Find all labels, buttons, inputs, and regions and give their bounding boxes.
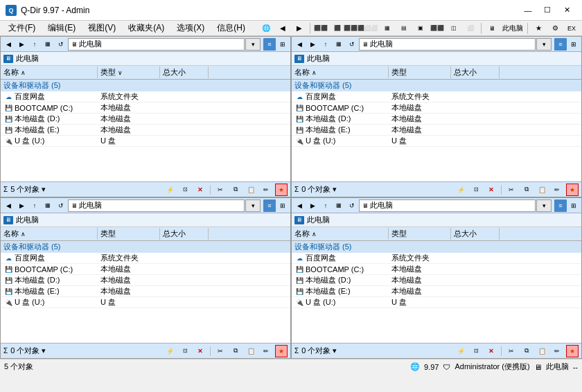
refresh-btn-br[interactable]: ↺	[346, 199, 358, 212]
back-btn-tr[interactable]: ◀	[293, 38, 306, 51]
file-row[interactable]: 💾 本地磁盘 (E:) 本地磁盘	[292, 286, 581, 297]
cut-btn-tr[interactable]: ✂	[505, 184, 518, 196]
star-btn[interactable]: ★	[531, 21, 546, 35]
view-icon-tr[interactable]: ≡	[554, 38, 567, 51]
view-icon2-bl[interactable]: ⊞	[276, 199, 289, 212]
file-row[interactable]: 💾 本地磁盘 (E:) 本地磁盘	[1, 286, 290, 297]
refresh-btn-tl[interactable]: ↺	[55, 38, 67, 51]
back-btn-tl[interactable]: ◀	[2, 38, 15, 51]
lightning-btn-tr[interactable]: ⚡	[455, 184, 467, 196]
file-row[interactable]: 💾 BOOTCAMP (C:) 本地磁盘	[1, 103, 290, 114]
menu-view[interactable]: 视图(V)	[82, 21, 121, 35]
file-row[interactable]: 💾 BOOTCAMP (C:) 本地磁盘	[1, 264, 290, 275]
refresh-btn-bl[interactable]: ↺	[55, 199, 67, 212]
layout-btn-5[interactable]: ▦	[380, 21, 395, 35]
col-size-tr[interactable]: 总大小	[451, 66, 500, 78]
address-bar-bl[interactable]: 🖥 此电脑	[68, 199, 245, 212]
col-name-bl[interactable]: 名称 ∧	[1, 228, 98, 240]
address-bar-tl[interactable]: 🖥 此电脑	[68, 38, 245, 51]
close-btn-tl[interactable]: ✕	[194, 184, 206, 196]
close-btn-br[interactable]: ✕	[485, 345, 497, 357]
layout-btn-10[interactable]: ⬜	[463, 21, 478, 35]
lightning-btn-br[interactable]: ⚡	[455, 345, 467, 357]
back-btn-bl[interactable]: ◀	[2, 199, 15, 212]
terminal-btn-tr[interactable]: ⊡	[470, 184, 482, 196]
copy-btn-bl[interactable]: ⧉	[229, 345, 242, 357]
file-row[interactable]: ☁ 百度网盘 系统文件夹	[1, 253, 290, 264]
grid-btn-br[interactable]: ▦	[333, 199, 345, 212]
settings-btn[interactable]: ⚙	[547, 21, 563, 35]
forward-btn-tr[interactable]: ▶	[306, 38, 319, 51]
view-btn-bl[interactable]: ▾	[245, 199, 261, 212]
menu-file[interactable]: 文件(F)	[3, 21, 41, 35]
copy-btn-br[interactable]: ⧉	[520, 345, 533, 357]
view-icon-bl[interactable]: ≡	[263, 199, 276, 212]
view-btn-tl[interactable]: ▾	[245, 38, 261, 51]
paste-btn-tr[interactable]: 📋	[536, 184, 548, 196]
file-row[interactable]: 💾 BOOTCAMP (C:) 本地磁盘	[292, 103, 581, 114]
layout-btn-9[interactable]: ◫	[446, 21, 461, 35]
file-row[interactable]: 🔌 U 盘 (U:) U 盘	[292, 136, 581, 147]
nav-btn-1[interactable]: ◀	[275, 21, 290, 35]
paste-btn-bl[interactable]: 📋	[245, 345, 257, 357]
file-row[interactable]: 💾 本地磁盘 (D:) 本地磁盘	[1, 275, 290, 286]
back-btn-br[interactable]: ◀	[293, 199, 306, 212]
nav-btn-2[interactable]: ▶	[292, 21, 307, 35]
view-icon2-tl[interactable]: ⊞	[276, 38, 289, 51]
star-btn-tl[interactable]: ★	[275, 184, 288, 196]
col-size-bl[interactable]: 总大小	[160, 228, 209, 240]
address-bar-br[interactable]: 🖥 此电脑	[359, 199, 536, 212]
menu-info[interactable]: 信息(H)	[211, 21, 251, 35]
col-type-tr[interactable]: 类型	[389, 66, 451, 78]
file-row[interactable]: 🔌 U 盘 (U:) U 盘	[1, 297, 290, 308]
star-btn-tr[interactable]: ★	[566, 184, 579, 196]
paste-btn-br[interactable]: 📋	[536, 345, 548, 357]
view-icon-br[interactable]: ≡	[554, 199, 567, 212]
file-row[interactable]: ☁ 百度网盘 系统文件夹	[1, 91, 290, 103]
view-icon2-tr[interactable]: ⊞	[567, 38, 580, 51]
menu-favorites[interactable]: 收藏夹(A)	[123, 21, 170, 35]
layout-btn-7[interactable]: ▣	[413, 21, 428, 35]
lightning-btn-bl[interactable]: ⚡	[164, 345, 176, 357]
edit-btn-bl[interactable]: ✏	[260, 345, 272, 357]
close-btn-tr[interactable]: ✕	[485, 184, 497, 196]
grid-btn-tl[interactable]: ▦	[42, 38, 54, 51]
col-name-tl[interactable]: 名称 ∧	[1, 66, 98, 78]
forward-btn-tl[interactable]: ▶	[15, 38, 28, 51]
lightning-btn-tl[interactable]: ⚡	[164, 184, 176, 196]
view-icon-tl[interactable]: ≡	[263, 38, 276, 51]
copy-btn-tl[interactable]: ⧉	[229, 184, 242, 196]
up-btn-tl[interactable]: ↑	[28, 38, 41, 51]
menu-options[interactable]: 选项(X)	[171, 21, 210, 35]
star-btn-br[interactable]: ★	[566, 345, 579, 357]
file-row[interactable]: 🔌 U 盘 (U:) U 盘	[292, 297, 581, 308]
col-type-tl[interactable]: 类型 ∨	[98, 66, 160, 78]
copy-btn-tr[interactable]: ⧉	[520, 184, 533, 196]
up-btn-tr[interactable]: ↑	[319, 38, 332, 51]
view-icon2-br[interactable]: ⊞	[567, 199, 580, 212]
paste-btn-tl[interactable]: 📋	[245, 184, 257, 196]
layout-btn-2[interactable]: ⬛	[330, 21, 345, 35]
view-btn-tr[interactable]: ▾	[536, 38, 552, 51]
comp-icon[interactable]: 🖥	[484, 21, 500, 35]
grid-btn-bl[interactable]: ▦	[42, 199, 54, 212]
edit-btn-tl[interactable]: ✏	[260, 184, 272, 196]
maximize-button[interactable]: ☐	[538, 3, 557, 17]
address-bar-tr[interactable]: 🖥 此电脑	[359, 38, 536, 51]
cut-btn-bl[interactable]: ✂	[214, 345, 227, 357]
file-row[interactable]: 💾 本地磁盘 (E:) 本地磁盘	[1, 125, 290, 136]
col-size-tl[interactable]: 总大小	[160, 66, 209, 78]
view-btn-br[interactable]: ▾	[536, 199, 552, 212]
layout-btn-6[interactable]: ▤	[396, 21, 412, 35]
forward-btn-br[interactable]: ▶	[306, 199, 319, 212]
col-size-br[interactable]: 总大小	[451, 228, 500, 240]
up-btn-bl[interactable]: ↑	[28, 199, 41, 212]
file-row[interactable]: 💾 BOOTCAMP (C:) 本地磁盘	[292, 264, 581, 275]
forward-btn-bl[interactable]: ▶	[15, 199, 28, 212]
cut-btn-br[interactable]: ✂	[505, 345, 518, 357]
col-name-tr[interactable]: 名称 ∧	[292, 66, 389, 78]
grid-btn-tr[interactable]: ▦	[333, 38, 345, 51]
file-row[interactable]: 💾 本地磁盘 (D:) 本地磁盘	[292, 275, 581, 286]
layout-btn-1[interactable]: ⬛⬛	[313, 21, 328, 35]
star-btn-bl[interactable]: ★	[275, 345, 288, 357]
